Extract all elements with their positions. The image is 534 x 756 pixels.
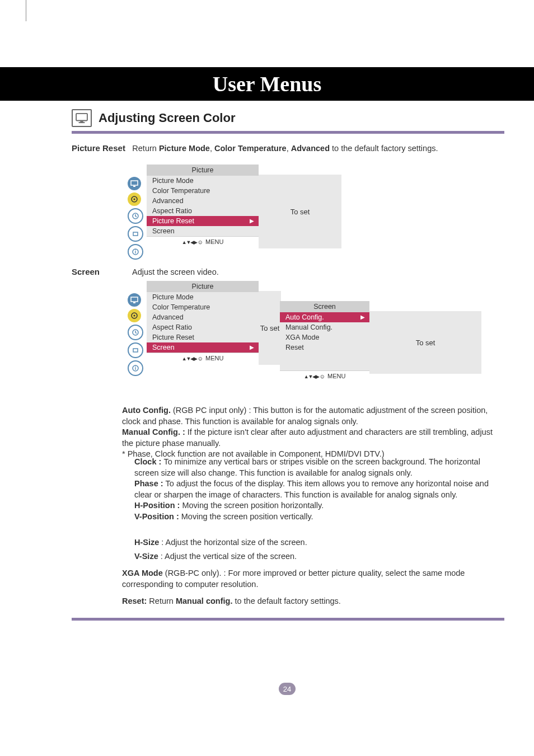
svg-rect-1 <box>80 121 83 122</box>
clock-label: Clock : <box>134 457 163 466</box>
monitor-icon <box>128 177 141 190</box>
page-number: 24 <box>279 683 296 695</box>
picture-reset-label: Picture Reset <box>72 143 125 153</box>
monitor-icon <box>128 293 141 307</box>
xga-note: (RGB-PC only). : <box>163 569 228 577</box>
vsize-text: : Adjust the vertical size of the screen… <box>158 552 297 561</box>
nav-arrows-icon: ▲▼◀▶ ⊙ <box>182 356 202 361</box>
section-header: Adjusting Screen Color <box>72 109 235 127</box>
clock-text: To minimize any vertical bars or stripes… <box>134 457 480 477</box>
menu-item-picture-reset[interactable]: Picture Reset <box>147 332 259 342</box>
menu-item-advanced[interactable]: Advanced <box>147 196 259 206</box>
svg-text:i: i <box>135 365 137 371</box>
size-text: H-Size : Adjust the horizontal size of t… <box>134 536 498 563</box>
svg-point-14 <box>134 315 135 317</box>
hpos-label: H-Position : <box>134 501 182 510</box>
svg-point-6 <box>134 199 135 200</box>
body-text: Auto Config. (RGB PC input only) : This … <box>122 405 503 460</box>
phase-label: Phase : <box>134 479 166 488</box>
target-icon <box>128 192 141 206</box>
svg-rect-11 <box>131 297 138 302</box>
hpos-text: Moving the screen position horizontally. <box>182 501 324 510</box>
osd-submenu-screen: Screen Auto Config.▶ Manual Config. XGA … <box>280 301 481 381</box>
osd-menu-header: Picture <box>147 165 259 176</box>
reset-label: Reset: <box>122 597 149 605</box>
divider-top <box>72 131 504 134</box>
submenu-item-auto-config[interactable]: Auto Config.▶ <box>280 312 369 322</box>
banner-title: User Menus <box>213 72 322 96</box>
hsize-text: : Adjust the horizontal size of the scre… <box>159 538 307 547</box>
picture-reset-row: Picture Reset Return Picture Mode, Color… <box>72 143 504 154</box>
info-icon: i <box>128 360 143 376</box>
monitor-icon <box>72 109 92 127</box>
vpos-text: Moving the screen position vertically. <box>181 512 313 521</box>
arrow-right-icon: ▶ <box>360 314 365 320</box>
clock-icon <box>128 208 143 224</box>
options-icon <box>128 226 143 242</box>
pr-suffix: to the default factory settings. <box>330 144 438 153</box>
svg-rect-8 <box>133 232 138 236</box>
osd-submenu-box: Screen Auto Config.▶ Manual Config. XGA … <box>280 301 369 381</box>
indent-text: Clock : To minimize any vertical bars or… <box>134 457 498 522</box>
menu-item-picture-mode[interactable]: Picture Mode <box>147 176 259 186</box>
osd-icon-column: i <box>128 281 147 376</box>
options-icon <box>128 342 143 358</box>
svg-rect-3 <box>131 181 138 185</box>
menu-item-screen[interactable]: Screen▶ <box>147 342 259 353</box>
toset-panel: To set <box>369 311 481 374</box>
svg-rect-2 <box>79 122 85 123</box>
pr-bold2: Color Temperature <box>214 144 287 153</box>
osd-menu-picture-reset: i Picture Picture Mode Color Temperature… <box>128 165 341 260</box>
osd-menu-box: Picture Picture Mode Color Temperature A… <box>147 281 259 376</box>
menu-item-picture-mode[interactable]: Picture Mode <box>147 292 259 302</box>
reset-text-block: Reset: Return Manual config. to the defa… <box>122 597 503 605</box>
screen-desc: Adjust the screen video. <box>132 267 219 278</box>
menu-item-advanced[interactable]: Advanced <box>147 312 259 322</box>
pr-bold3: Advanced <box>291 144 330 153</box>
target-icon <box>128 309 141 322</box>
pr-sep1: , <box>210 144 214 153</box>
menu-item-picture-reset[interactable]: Picture Reset▶ <box>147 216 259 226</box>
svg-rect-12 <box>133 302 135 303</box>
submenu-spacer <box>280 353 369 370</box>
vpos-label: V-Position : <box>134 512 181 521</box>
osd-submenu-footer: ▲▼◀▶ ⊙MENU <box>280 370 369 381</box>
phase-text: To adjust the focus of the display. This… <box>134 479 489 499</box>
svg-rect-0 <box>76 114 87 121</box>
submenu-item-reset[interactable]: Reset <box>280 342 369 353</box>
svg-rect-16 <box>133 349 138 352</box>
auto-config-note: (RGB PC input only) : <box>171 406 253 415</box>
auto-config-label: Auto Config. <box>122 406 171 415</box>
menu-item-color-temperature[interactable]: Color Temperature <box>147 302 259 312</box>
menu-item-aspect-ratio[interactable]: Aspect Ratio <box>147 322 259 332</box>
menu-item-color-temperature[interactable]: Color Temperature <box>147 186 259 196</box>
menu-item-aspect-ratio[interactable]: Aspect Ratio <box>147 206 259 216</box>
hsize-label: H-Size <box>134 538 159 547</box>
menu-item-screen[interactable]: Screen <box>147 226 259 236</box>
pr-bold1: Picture Mode <box>159 144 210 153</box>
osd-menu-box: Picture Picture Mode Color Temperature A… <box>147 165 259 260</box>
page-crop-mark <box>26 0 26 21</box>
osd-menu-screen: i Picture Picture Mode Color Temperature… <box>128 281 281 376</box>
osd-menu-footer: ▲▼◀▶ ⊙MENU <box>147 353 259 363</box>
toset-panel: To set <box>259 175 341 248</box>
pr-desc-prefix: Return <box>132 144 159 153</box>
osd-submenu-header: Screen <box>280 301 369 312</box>
toset-panel: To set <box>259 291 281 365</box>
submenu-item-manual-config[interactable]: Manual Config. <box>280 322 369 332</box>
osd-icon-column: i <box>128 165 147 260</box>
osd-menu-header: Picture <box>147 281 259 292</box>
banner: User Menus <box>0 67 534 101</box>
divider-bottom <box>72 618 504 621</box>
nav-arrows-icon: ▲▼◀▶ ⊙ <box>182 240 202 245</box>
vsize-label: V-Size <box>134 552 158 561</box>
screen-label: Screen <box>72 267 100 276</box>
submenu-item-xga-mode[interactable]: XGA Mode <box>280 332 369 342</box>
nav-arrows-icon: ▲▼◀▶ ⊙ <box>304 374 324 379</box>
reset-suffix: to the default factory settings. <box>232 597 340 605</box>
arrow-right-icon: ▶ <box>250 218 254 224</box>
xga-text-block: XGA Mode (RGB-PC only). : For more impro… <box>122 568 503 590</box>
xga-label: XGA Mode <box>122 569 163 577</box>
reset-prefix: Return <box>149 597 176 605</box>
osd-menu-footer: ▲▼◀▶ ⊙MENU <box>147 236 259 247</box>
